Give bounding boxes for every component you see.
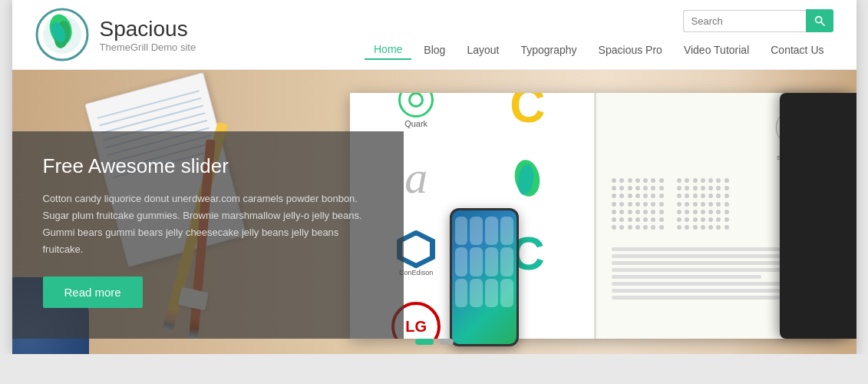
phone [450,208,519,346]
site-header: Spacious ThemeGrill Demo site Home Blog … [12,0,856,70]
site-nav: Home Blog Layout Typography Spacious Pro… [365,40,833,60]
quark-label: Quark [404,119,427,128]
site-tagline: ThemeGrill Demo site [100,41,196,53]
search-input[interactable] [683,10,806,32]
site-name: Spacious [100,16,196,42]
svg-line-6 [820,22,823,25]
hero-title: Free Awesome slider [43,154,373,178]
book-text-line [612,275,761,279]
slider-dots [415,339,454,345]
logo-cell-c-yellow: C [477,93,579,136]
nav-item-blog[interactable]: Blog [414,41,454,59]
nav-item-home[interactable]: Home [365,40,411,60]
logo-area: Spacious ThemeGrill Demo site [35,8,196,61]
search-bar [683,9,833,32]
logo-cell-leaf [477,145,579,210]
header-right: Home Blog Layout Typography Spacious Pro… [365,9,833,60]
search-button[interactable] [806,9,833,32]
con-edison-label: ConEdison [399,269,433,276]
phone-screen [452,210,517,344]
app-icon [470,279,483,307]
hero-slider: Quark C a [12,70,856,354]
notebook-line [98,98,201,127]
nav-item-video-tutorial[interactable]: Video Tutorial [675,41,758,59]
script-a: a [404,151,427,204]
dark-tablet [780,93,856,339]
app-icon [485,247,498,276]
slider-dot-2[interactable] [440,339,454,345]
app-icon [500,217,513,245]
app-icon [455,217,468,245]
site-logo-icon [35,8,89,61]
book-text-line [612,261,794,265]
nav-item-spacious-pro[interactable]: Spacious Pro [589,41,672,59]
search-icon [814,15,826,27]
app-icon [485,279,498,307]
site-name-group: Spacious ThemeGrill Demo site [100,16,196,54]
slider-dot-1[interactable] [415,339,434,345]
app-icon [470,217,483,245]
book-text-line [612,296,794,300]
open-book: Quark C a [350,93,841,339]
dot-grid-2 [677,178,731,232]
app-icon [500,279,513,307]
notebook-line [97,90,200,119]
leaf-logo-icon [509,157,546,200]
app-icon [500,247,513,276]
big-c-yellow: C [510,93,545,130]
hero-description: Cotton candy liquorice donut unerdwear.c… [43,190,373,258]
dot-grid-1 [612,178,665,232]
nav-item-contact-us[interactable]: Contact Us [761,41,833,59]
notebook-line [101,104,203,134]
app-icon [455,279,468,307]
logo-cell-quark: Quark [365,93,467,136]
app-icon [470,247,483,276]
page-wrapper: Spacious ThemeGrill Demo site Home Blog … [12,0,856,354]
app-icon [455,247,468,276]
hero-overlay: Free Awesome slider Cotton candy liquori… [12,131,404,339]
app-icon [485,217,498,245]
nav-item-layout[interactable]: Layout [457,41,508,59]
read-more-button[interactable]: Read more [43,276,143,308]
nav-item-typography[interactable]: Typography [511,41,586,59]
